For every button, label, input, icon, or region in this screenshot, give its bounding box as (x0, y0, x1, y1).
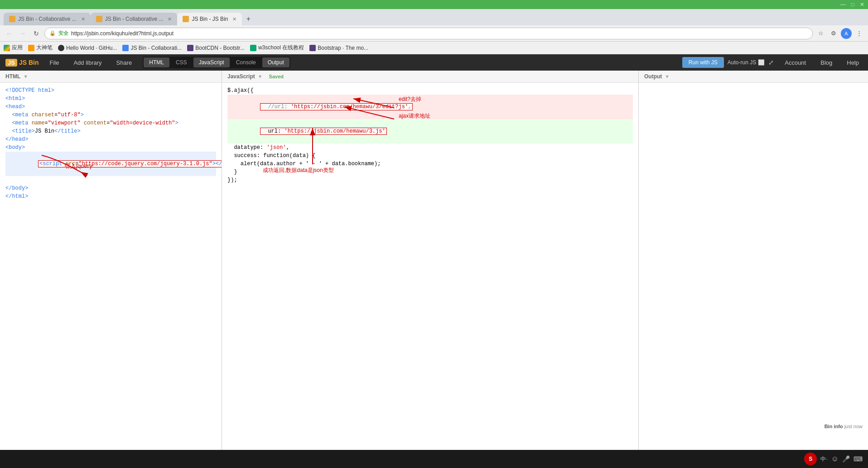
window-title-bar: — □ ✕ (0, 0, 868, 9)
bin-info: Bin info just now (825, 423, 863, 430)
js-header-arrow: ▼ (258, 74, 263, 79)
toolbar-right: Run with JS Auto-run JS ⬜ ⤢ Account Blog… (682, 57, 863, 68)
blog-button[interactable]: Blog (817, 57, 836, 68)
bookmark-dashen[interactable]: 大神笔 (28, 44, 53, 52)
js-header-label: JavaScript (227, 73, 255, 80)
tab-close-3[interactable]: ✕ (232, 16, 236, 22)
bookmark-bootcdn[interactable]: BootCDN - Bootstr... (187, 45, 245, 51)
code-line-1: <!DOCTYPE html> (5, 86, 216, 95)
bookmark-dashen-label: 大神笔 (36, 44, 53, 52)
output-panel: Output ▼ Bin info just now (639, 71, 868, 450)
url-active-highlight: url: 'https://jsbin.com/hemawu/3.js' (260, 128, 387, 135)
tab-label-3: JS Bin - JS Bin (192, 16, 228, 22)
js-line-1: $.ajax({ (227, 86, 633, 95)
keyboard-icon[interactable]: ⌨ (854, 455, 863, 463)
ajax-url-annotation: ajax请求地址 (399, 112, 430, 120)
star-button[interactable]: ☆ (815, 28, 826, 39)
sogou-icon[interactable]: S (804, 453, 817, 465)
code-line-2: <html> (5, 95, 216, 103)
github-icon (58, 45, 64, 51)
jsbin-toolbar: JS JS Bin File Add library Share HTML CS… (0, 54, 868, 71)
jsbin-logo-icon: JS (5, 59, 17, 67)
bookmark-w3school-label: w3school 在线教程 (258, 44, 304, 52)
close-button[interactable]: ✕ (860, 1, 864, 8)
tab-3[interactable]: JS Bin - JS Bin ✕ (177, 13, 242, 25)
w3school-icon (250, 45, 256, 51)
js-line-3: url: 'https://jsbin.com/hemawu/3.js' (227, 119, 633, 143)
js-line-4: datatype: 'json', (227, 143, 633, 152)
address-bar[interactable]: 🔒 安全 https://jsbin.com/kiquhu/edit?html,… (44, 28, 813, 39)
reload-button[interactable]: ↻ (31, 28, 42, 39)
bookmark-helloworld[interactable]: Hello World · GitHu... (58, 45, 117, 51)
bookmark-jsbin[interactable]: JS Bin - Collaborati... (122, 45, 182, 51)
tab-javascript[interactable]: JavaScript (193, 57, 230, 67)
taskbar: S 中· ☺ 🎤 ⌨ (0, 450, 868, 468)
run-button[interactable]: Run with JS (682, 57, 724, 68)
bootcdn-icon (187, 45, 193, 51)
lock-icon: 🔒 (49, 30, 56, 36)
user-avatar[interactable]: A (841, 28, 852, 39)
auto-run-toggle[interactable]: ⬜ (758, 59, 765, 66)
help-button[interactable]: Help (843, 57, 863, 68)
editor-area: HTML ▼ <!DOCTYPE html> <html> <head> <me… (0, 71, 868, 450)
window-controls: — □ ✕ (840, 1, 864, 8)
bin-info-label: Bin info (825, 424, 843, 429)
back-button[interactable]: ← (4, 28, 14, 39)
bookmark-bootstrap[interactable]: Bootstrap · The mo... (309, 45, 368, 51)
html-code-editor[interactable]: <!DOCTYPE html> <html> <head> <meta char… (0, 83, 222, 450)
bookmark-apps-label: 应用 (12, 44, 23, 52)
html-panel-header: HTML ▼ (0, 71, 222, 83)
forward-button[interactable]: → (17, 28, 28, 39)
output-content (639, 83, 868, 450)
bin-info-time: just now (844, 424, 863, 429)
tab-close-1[interactable]: ✕ (81, 16, 85, 22)
new-tab-button[interactable]: + (242, 13, 255, 25)
tab-1[interactable]: JS Bin - Collaborative ... ✕ (4, 13, 91, 25)
html-header-label: HTML (5, 73, 20, 80)
nav-bar: ← → ↻ 🔒 安全 https://jsbin.com/kiquhu/edit… (0, 25, 868, 42)
add-library-button[interactable]: Add library (70, 57, 105, 68)
minimize-button[interactable]: — (840, 1, 846, 8)
html-panel: HTML ▼ <!DOCTYPE html> <html> <head> <me… (0, 71, 222, 450)
mic-icon[interactable]: 🎤 (842, 455, 850, 463)
tab-2[interactable]: JS Bin - Collaborative ... ✕ (91, 13, 178, 25)
js-code-editor[interactable]: $.ajax({ //url: 'https://jsbin.com/hemaw… (222, 83, 638, 450)
chinese-input-icon[interactable]: 中· (820, 455, 827, 463)
bookmark-bootcdn-label: BootCDN - Bootstr... (195, 45, 245, 51)
menu-button[interactable]: ⋮ (854, 28, 864, 39)
tab-bar: JS Bin - Collaborative ... ✕ JS Bin - Co… (0, 9, 868, 25)
tab-console[interactable]: Console (231, 57, 261, 67)
tab-output[interactable]: Output (262, 57, 289, 67)
bin-info-area: Bin info just now (825, 423, 863, 430)
url-text: https://jsbin.com/kiquhu/edit?html,js,ou… (71, 30, 808, 37)
tab-css[interactable]: CSS (170, 57, 193, 67)
emoji-icon[interactable]: ☺ (831, 455, 839, 463)
code-line-4: <meta charset="utf-8"> (5, 111, 216, 119)
bookmark-w3school[interactable]: w3school 在线教程 (250, 44, 304, 52)
expand-button[interactable]: ⤢ (768, 59, 774, 66)
code-line-7: </head> (5, 135, 216, 143)
auto-run-button[interactable]: Auto-run JS ⬜ (728, 59, 765, 66)
extensions-button[interactable]: ⚙ (828, 28, 839, 39)
account-button[interactable]: Account (781, 57, 810, 68)
tab-label-1: JS Bin - Collaborative ... (18, 16, 77, 22)
saved-badge: Saved (269, 74, 284, 79)
bookmark-apps[interactable]: 应用 (4, 44, 23, 52)
html-header-arrow: ▼ (23, 74, 28, 79)
auto-run-label: Auto-run JS (728, 59, 756, 66)
output-header-label: Output (644, 73, 662, 80)
bookmark-bootstrap-label: Bootstrap · The mo... (318, 45, 368, 51)
js-line-8: }); (227, 176, 633, 184)
file-button[interactable]: File (46, 57, 63, 68)
panel-tabs: HTML CSS JavaScript Console Output (143, 57, 290, 68)
tab-close-2[interactable]: ✕ (168, 16, 172, 22)
output-header-arrow: ▼ (665, 74, 670, 79)
js-panel-header: JavaScript ▼ Saved (222, 71, 638, 83)
code-line-12: </html> (5, 192, 216, 201)
tab-html[interactable]: HTML (144, 57, 169, 67)
edit-remove-annotation: edit?去掉 (399, 96, 421, 103)
maximize-button[interactable]: □ (851, 1, 854, 8)
code-line-3: <head> (5, 103, 216, 111)
browser-window: — □ ✕ JS Bin - Collaborative ... ✕ JS Bi… (0, 0, 868, 468)
share-button[interactable]: Share (113, 57, 136, 68)
